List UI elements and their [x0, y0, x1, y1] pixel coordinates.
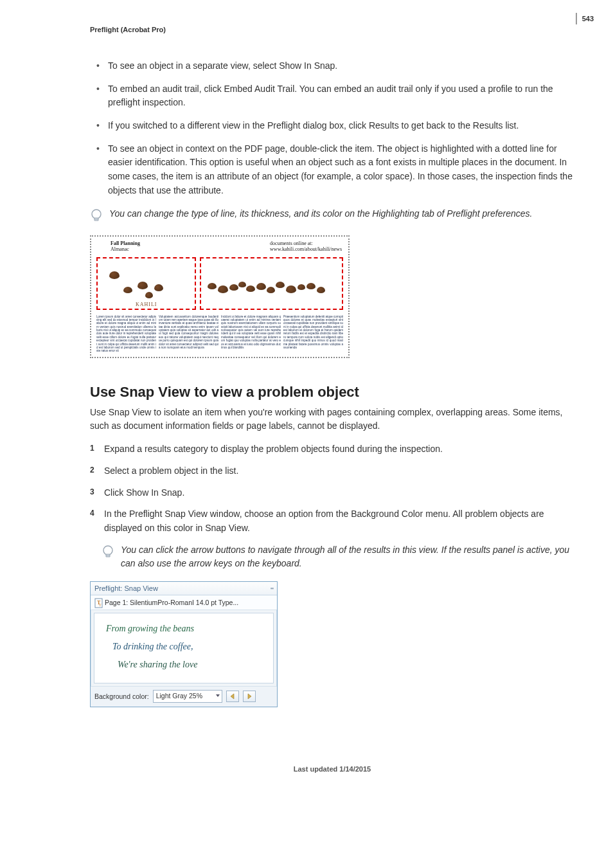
- tip-text: You can click the arrow buttons to navig…: [121, 543, 574, 571]
- window-menu-icon[interactable]: ▪▪: [271, 585, 273, 592]
- snap-text-line: We're sharing the love: [106, 656, 267, 674]
- svg-text:T: T: [99, 603, 102, 607]
- lightbulb-icon: [102, 545, 114, 560]
- figure-body-text: Lorem ipsum dolor sit amet consectetur a…: [91, 312, 348, 357]
- document-page: 543 Preflight (Acrobat Pro) To see an ob…: [0, 0, 613, 824]
- page-number: 543: [576, 13, 594, 24]
- figure-header: Fall Planning Almanac documents online a…: [91, 237, 348, 255]
- snap-view-page-label: Page 1: SilentiumPro-RomanI 14.0 pt Type…: [105, 599, 238, 606]
- background-color-select[interactable]: Light Gray 25%: [153, 690, 222, 703]
- bullet-item: To see an object in context on the PDF p…: [96, 142, 574, 198]
- background-color-label: Background color:: [94, 692, 149, 700]
- svg-point-0: [92, 210, 101, 219]
- bullet-list: To see an object in a separate view, sel…: [96, 59, 574, 198]
- bullet-item: If you switched to a different view in t…: [96, 119, 574, 133]
- bullet-item: To see an object in a separate view, sel…: [96, 59, 574, 73]
- step-item: In the Preflight Snap View window, choos…: [90, 507, 574, 535]
- figure-label-right-bottom: www.kahili.com/about/kahili/news: [270, 246, 342, 252]
- figure-label-left-top: Fall Planning: [111, 240, 140, 246]
- tip-text: You can change the type of line, its thi…: [109, 207, 532, 221]
- figure-image-highlighted: [200, 257, 343, 310]
- previous-result-button[interactable]: [226, 691, 239, 702]
- snap-text-line: To drinking the coffee,: [106, 638, 267, 656]
- section-intro: Use Snap View to isolate an item when yo…: [90, 406, 574, 433]
- page-footer: Last updated 1/14/2015: [90, 765, 574, 773]
- snap-view-footer: Background color: Light Gray 25%: [91, 686, 277, 707]
- step-item: Select a problem object in the list.: [90, 464, 574, 478]
- figure-images-row: KAHILI: [91, 255, 348, 312]
- tip-callout: You can click the arrow buttons to navig…: [102, 543, 574, 571]
- snap-view-subtitle: T T Page 1: SilentiumPro-RomanI 14.0 pt …: [91, 595, 277, 610]
- step-item: Click Show In Snap.: [90, 486, 574, 500]
- next-result-button[interactable]: [243, 691, 256, 702]
- highlighted-object-figure: Fall Planning Almanac documents online a…: [90, 235, 350, 358]
- lightbulb-icon: [90, 208, 103, 224]
- figure-image-highlighted: KAHILI: [96, 257, 196, 310]
- tip-callout: You can change the type of line, its thi…: [90, 207, 574, 224]
- svg-point-2: [103, 546, 112, 555]
- header-breadcrumb: Preflight (Acrobat Pro): [90, 26, 574, 33]
- brand-label: KAHILI: [136, 302, 157, 307]
- numbered-steps: Expand a results category to display the…: [90, 442, 574, 535]
- snap-view-titlebar[interactable]: Preflight: Snap View ▪▪: [91, 582, 277, 595]
- page-text-icon: T T: [94, 598, 102, 607]
- snap-view-window: Preflight: Snap View ▪▪ T T Page 1: Sile…: [90, 581, 278, 707]
- bullet-item: To embed an audit trail, click Embed Aud…: [96, 82, 574, 110]
- snap-view-title-text: Preflight: Snap View: [94, 584, 158, 592]
- step-item: Expand a results category to display the…: [90, 442, 574, 457]
- figure-label-right-top: documents online at:: [270, 240, 342, 246]
- snap-text-line: From growing the beans: [106, 620, 267, 638]
- snap-view-content: From growing the beans To drinking the c…: [94, 613, 274, 683]
- figure-label-left-bottom: Almanac: [111, 246, 140, 252]
- section-heading: Use Snap View to view a problem object: [90, 384, 574, 401]
